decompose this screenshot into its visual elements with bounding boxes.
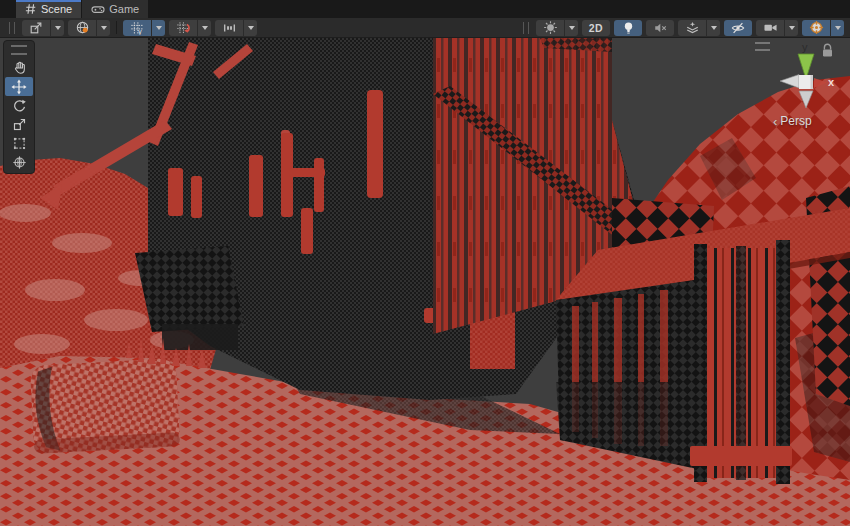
effects-group — [678, 20, 720, 36]
overlay-drag-handle[interactable] — [523, 22, 529, 34]
pivot-mode-dropdown[interactable] — [51, 20, 64, 36]
pivot-square-arrow-icon — [29, 21, 43, 35]
gizmo-x-axis-label: x — [828, 76, 835, 88]
gizmo-y-axis-label: y — [802, 41, 808, 53]
grid-y-icon: y — [130, 21, 144, 35]
tab-scene[interactable]: Scene — [16, 0, 81, 18]
tab-game-label: Game — [109, 3, 139, 15]
scene-lighting-button[interactable] — [614, 20, 642, 36]
move-arrows-icon — [11, 79, 27, 95]
draw-mode-dropdown[interactable] — [565, 20, 578, 36]
tools-overlay-drag-handle[interactable] — [11, 45, 27, 55]
chevron-down-icon — [248, 26, 254, 30]
increment-snap-group — [215, 20, 257, 36]
chevron-down-icon — [55, 26, 61, 30]
effects-star-icon — [685, 21, 700, 35]
gizmo-x-cone[interactable] — [814, 78, 827, 88]
shaded-sphere-icon — [543, 20, 558, 35]
tab-scene-label: Scene — [41, 3, 72, 15]
grid-visibility-button[interactable]: y — [123, 20, 151, 36]
move-tool[interactable] — [5, 77, 33, 96]
handle-orientation-dropdown[interactable] — [97, 20, 110, 36]
rock[interactable] — [135, 246, 244, 332]
snap-to-grid-dropdown[interactable] — [198, 20, 211, 36]
grid-visibility-group: y — [123, 20, 165, 36]
projection-toggle[interactable]: ‹ Persp — [773, 114, 812, 128]
toolbar-separator — [116, 21, 117, 34]
rect-tool[interactable] — [5, 134, 33, 153]
scene-effects-button[interactable] — [678, 20, 706, 36]
gizmo-left-cone[interactable] — [780, 75, 799, 89]
audio-group — [646, 20, 674, 36]
projection-label: Persp — [780, 114, 811, 128]
2d-mode-label: 2D — [589, 22, 603, 34]
lighting-group — [614, 20, 642, 36]
gizmo-cube-shade — [811, 75, 814, 89]
gamepad-icon — [91, 3, 105, 15]
scale-icon — [12, 117, 27, 132]
camera-group — [756, 20, 798, 36]
video-camera-icon — [763, 21, 778, 34]
speaker-muted-icon — [653, 21, 668, 35]
grid-red-arrow-icon — [176, 21, 190, 35]
pivot-mode-button[interactable] — [22, 20, 50, 36]
scene-view-toolbar: y — [0, 18, 850, 38]
grid-hash-icon — [25, 3, 37, 15]
camera-settings-dropdown[interactable] — [785, 20, 798, 36]
transform-sphere-icon — [12, 155, 27, 170]
rotate-tool[interactable] — [5, 96, 33, 115]
gate-rail — [690, 446, 792, 466]
persp-arrow-icon: ‹ — [773, 115, 777, 128]
scene-render[interactable] — [0, 38, 850, 526]
grid-visibility-dropdown[interactable] — [152, 20, 165, 36]
gizmos-group — [802, 20, 844, 36]
tab-bar: Scene Game — [0, 0, 850, 18]
scene-viewport[interactable]: y x ‹ Persp — [0, 38, 850, 526]
snap-to-grid-button[interactable] — [169, 20, 197, 36]
mode-2d-group: 2D — [582, 20, 610, 36]
overlay-drag-handle[interactable] — [9, 22, 15, 34]
gizmo-down-cone[interactable] — [799, 91, 813, 108]
view-hand-tool[interactable] — [5, 58, 33, 77]
gizmo-target-icon — [809, 20, 824, 35]
lightbulb-icon — [622, 21, 635, 35]
increment-snap-dropdown[interactable] — [244, 20, 257, 36]
chevron-down-icon — [569, 26, 575, 30]
chevron-down-icon — [835, 26, 841, 30]
hand-icon — [12, 60, 27, 75]
rotate-arrows-icon — [12, 98, 27, 113]
scene-audio-button[interactable] — [646, 20, 674, 36]
tool-settings-pivot-group — [22, 20, 64, 36]
chevron-down-icon — [156, 26, 162, 30]
handle-orientation-group — [68, 20, 110, 36]
trough[interactable] — [30, 358, 180, 454]
snap-brackets-icon — [222, 21, 237, 35]
globe-icon — [75, 20, 90, 35]
tab-game[interactable]: Game — [82, 0, 148, 18]
chevron-down-icon — [202, 26, 208, 30]
tools-overlay — [3, 40, 35, 174]
chevron-down-icon — [789, 26, 795, 30]
transform-tool[interactable] — [5, 153, 33, 172]
scene-toolbar-right-group: 2D — [518, 20, 846, 36]
planter-box — [162, 324, 238, 350]
increment-snap-button[interactable] — [215, 20, 243, 36]
draw-mode-group — [536, 20, 578, 36]
handle-orientation-button[interactable] — [68, 20, 96, 36]
2d-mode-button[interactable]: 2D — [582, 20, 610, 36]
rect-dashed-icon — [12, 136, 27, 151]
scene-effects-dropdown[interactable] — [707, 20, 720, 36]
snap-to-grid-group — [169, 20, 211, 36]
scale-tool[interactable] — [5, 115, 33, 134]
camera-settings-button[interactable] — [756, 20, 784, 36]
scene-visibility-button[interactable] — [724, 20, 752, 36]
chevron-down-icon — [101, 26, 107, 30]
eye-slash-icon — [730, 21, 746, 35]
gizmos-dropdown[interactable] — [831, 20, 844, 36]
visibility-group — [724, 20, 752, 36]
chevron-down-icon — [711, 26, 717, 30]
gizmos-button[interactable] — [802, 20, 830, 36]
draw-mode-button[interactable] — [536, 20, 564, 36]
